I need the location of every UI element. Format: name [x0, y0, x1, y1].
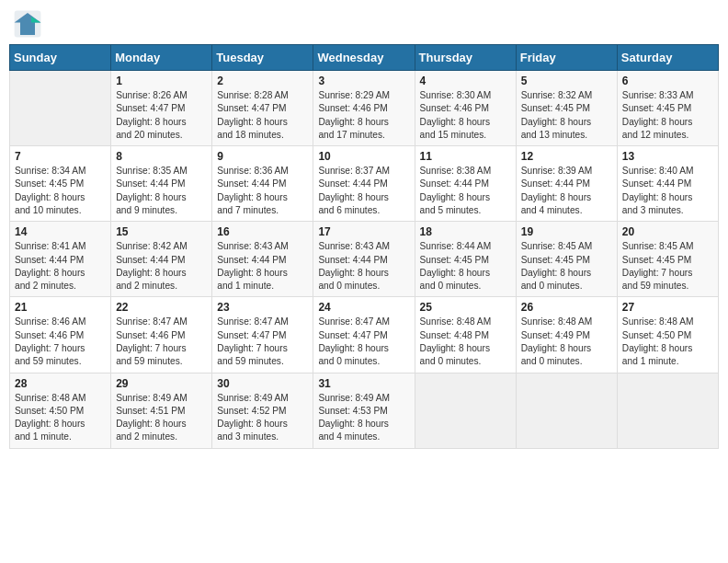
day-cell: 19Sunrise: 8:45 AM Sunset: 4:45 PM Dayli… — [516, 222, 617, 297]
day-cell — [617, 373, 718, 448]
day-info: Sunrise: 8:42 AM Sunset: 4:44 PM Dayligh… — [116, 240, 207, 293]
week-row-5: 28Sunrise: 8:48 AM Sunset: 4:50 PM Dayli… — [10, 373, 719, 448]
day-number: 28 — [15, 377, 106, 390]
week-row-1: 1Sunrise: 8:26 AM Sunset: 4:47 PM Daylig… — [10, 71, 719, 146]
day-info: Sunrise: 8:43 AM Sunset: 4:44 PM Dayligh… — [318, 240, 409, 293]
day-cell: 11Sunrise: 8:38 AM Sunset: 4:44 PM Dayli… — [415, 146, 516, 222]
day-info: Sunrise: 8:49 AM Sunset: 4:51 PM Dayligh… — [116, 392, 207, 444]
day-number: 3 — [318, 75, 409, 87]
day-info: Sunrise: 8:36 AM Sunset: 4:44 PM Dayligh… — [217, 165, 308, 217]
day-cell: 18Sunrise: 8:44 AM Sunset: 4:45 PM Dayli… — [415, 222, 516, 297]
day-cell: 1Sunrise: 8:26 AM Sunset: 4:47 PM Daylig… — [111, 71, 212, 146]
header-sunday: Sunday — [10, 45, 111, 71]
day-cell: 13Sunrise: 8:40 AM Sunset: 4:44 PM Dayli… — [617, 146, 718, 222]
day-cell: 15Sunrise: 8:42 AM Sunset: 4:44 PM Dayli… — [111, 222, 212, 297]
day-number: 24 — [318, 301, 409, 314]
day-info: Sunrise: 8:49 AM Sunset: 4:53 PM Dayligh… — [318, 392, 409, 444]
header-row: SundayMondayTuesdayWednesdayThursdayFrid… — [10, 45, 719, 71]
day-cell: 31Sunrise: 8:49 AM Sunset: 4:53 PM Dayli… — [313, 373, 415, 448]
day-number: 30 — [217, 377, 308, 390]
header-wednesday: Wednesday — [313, 45, 415, 71]
day-cell: 20Sunrise: 8:45 AM Sunset: 4:45 PM Dayli… — [617, 222, 718, 297]
header-saturday: Saturday — [617, 45, 718, 71]
day-number: 14 — [15, 225, 106, 238]
day-info: Sunrise: 8:48 AM Sunset: 4:50 PM Dayligh… — [622, 316, 713, 368]
day-info: Sunrise: 8:48 AM Sunset: 4:49 PM Dayligh… — [521, 316, 612, 368]
header-monday: Monday — [111, 45, 212, 71]
day-number: 19 — [521, 225, 612, 238]
day-cell — [10, 71, 111, 146]
day-number: 17 — [318, 225, 409, 238]
day-info: Sunrise: 8:44 AM Sunset: 4:45 PM Dayligh… — [420, 240, 511, 293]
day-number: 4 — [420, 75, 511, 87]
day-number: 12 — [521, 150, 612, 163]
calendar-table: SundayMondayTuesdayWednesdayThursdayFrid… — [9, 44, 719, 449]
day-info: Sunrise: 8:46 AM Sunset: 4:46 PM Dayligh… — [15, 316, 106, 368]
day-info: Sunrise: 8:45 AM Sunset: 4:45 PM Dayligh… — [521, 240, 612, 293]
day-cell: 22Sunrise: 8:47 AM Sunset: 4:46 PM Dayli… — [111, 297, 212, 373]
day-cell: 5Sunrise: 8:32 AM Sunset: 4:45 PM Daylig… — [516, 71, 617, 146]
day-info: Sunrise: 8:47 AM Sunset: 4:47 PM Dayligh… — [318, 316, 409, 368]
day-info: Sunrise: 8:29 AM Sunset: 4:46 PM Dayligh… — [318, 89, 409, 142]
day-number: 6 — [622, 75, 713, 87]
day-cell: 21Sunrise: 8:46 AM Sunset: 4:46 PM Dayli… — [10, 297, 111, 373]
day-cell: 29Sunrise: 8:49 AM Sunset: 4:51 PM Dayli… — [111, 373, 212, 448]
day-info: Sunrise: 8:33 AM Sunset: 4:45 PM Dayligh… — [622, 89, 713, 142]
day-info: Sunrise: 8:45 AM Sunset: 4:45 PM Dayligh… — [622, 240, 713, 293]
day-number: 18 — [420, 225, 511, 238]
week-row-4: 21Sunrise: 8:46 AM Sunset: 4:46 PM Dayli… — [10, 297, 719, 373]
day-cell: 26Sunrise: 8:48 AM Sunset: 4:49 PM Dayli… — [516, 297, 617, 373]
week-row-2: 7Sunrise: 8:34 AM Sunset: 4:45 PM Daylig… — [10, 146, 719, 222]
day-info: Sunrise: 8:30 AM Sunset: 4:46 PM Dayligh… — [420, 89, 511, 142]
day-info: Sunrise: 8:37 AM Sunset: 4:44 PM Dayligh… — [318, 165, 409, 217]
day-cell: 4Sunrise: 8:30 AM Sunset: 4:46 PM Daylig… — [415, 71, 516, 146]
day-number: 31 — [318, 377, 409, 390]
day-number: 13 — [622, 150, 713, 163]
day-info: Sunrise: 8:39 AM Sunset: 4:44 PM Dayligh… — [521, 165, 612, 217]
day-info: Sunrise: 8:48 AM Sunset: 4:48 PM Dayligh… — [420, 316, 511, 368]
header-thursday: Thursday — [415, 45, 516, 71]
day-number: 8 — [116, 150, 207, 163]
day-cell: 17Sunrise: 8:43 AM Sunset: 4:44 PM Dayli… — [313, 222, 415, 297]
day-number: 27 — [622, 301, 713, 314]
day-number: 21 — [15, 301, 106, 314]
day-number: 20 — [622, 225, 713, 238]
day-cell — [516, 373, 617, 448]
day-cell: 16Sunrise: 8:43 AM Sunset: 4:44 PM Dayli… — [212, 222, 313, 297]
day-number: 22 — [116, 301, 207, 314]
day-cell: 7Sunrise: 8:34 AM Sunset: 4:45 PM Daylig… — [10, 146, 111, 222]
day-info: Sunrise: 8:47 AM Sunset: 4:46 PM Dayligh… — [116, 316, 207, 368]
day-cell: 14Sunrise: 8:41 AM Sunset: 4:44 PM Dayli… — [10, 222, 111, 297]
day-info: Sunrise: 8:34 AM Sunset: 4:45 PM Dayligh… — [15, 165, 106, 217]
day-cell: 27Sunrise: 8:48 AM Sunset: 4:50 PM Dayli… — [617, 297, 718, 373]
header-friday: Friday — [516, 45, 617, 71]
day-cell: 9Sunrise: 8:36 AM Sunset: 4:44 PM Daylig… — [212, 146, 313, 222]
page-header — [9, 9, 719, 39]
day-number: 2 — [217, 75, 308, 87]
day-info: Sunrise: 8:49 AM Sunset: 4:52 PM Dayligh… — [217, 392, 308, 444]
day-cell: 2Sunrise: 8:28 AM Sunset: 4:47 PM Daylig… — [212, 71, 313, 146]
day-cell: 28Sunrise: 8:48 AM Sunset: 4:50 PM Dayli… — [10, 373, 111, 448]
day-cell: 25Sunrise: 8:48 AM Sunset: 4:48 PM Dayli… — [415, 297, 516, 373]
day-info: Sunrise: 8:28 AM Sunset: 4:47 PM Dayligh… — [217, 89, 308, 142]
week-row-3: 14Sunrise: 8:41 AM Sunset: 4:44 PM Dayli… — [10, 222, 719, 297]
day-number: 1 — [116, 75, 207, 87]
day-cell: 3Sunrise: 8:29 AM Sunset: 4:46 PM Daylig… — [313, 71, 415, 146]
day-number: 7 — [15, 150, 106, 163]
day-info: Sunrise: 8:47 AM Sunset: 4:47 PM Dayligh… — [217, 316, 308, 368]
day-cell: 23Sunrise: 8:47 AM Sunset: 4:47 PM Dayli… — [212, 297, 313, 373]
day-number: 9 — [217, 150, 308, 163]
day-info: Sunrise: 8:35 AM Sunset: 4:44 PM Dayligh… — [116, 165, 207, 217]
day-cell: 8Sunrise: 8:35 AM Sunset: 4:44 PM Daylig… — [111, 146, 212, 222]
day-cell: 30Sunrise: 8:49 AM Sunset: 4:52 PM Dayli… — [212, 373, 313, 448]
day-cell: 6Sunrise: 8:33 AM Sunset: 4:45 PM Daylig… — [617, 71, 718, 146]
logo-icon — [13, 9, 42, 39]
day-number: 11 — [420, 150, 511, 163]
day-number: 10 — [318, 150, 409, 163]
day-number: 26 — [521, 301, 612, 314]
day-number: 23 — [217, 301, 308, 314]
day-info: Sunrise: 8:41 AM Sunset: 4:44 PM Dayligh… — [15, 240, 106, 293]
day-number: 16 — [217, 225, 308, 238]
logo — [13, 9, 46, 39]
day-info: Sunrise: 8:32 AM Sunset: 4:45 PM Dayligh… — [521, 89, 612, 142]
